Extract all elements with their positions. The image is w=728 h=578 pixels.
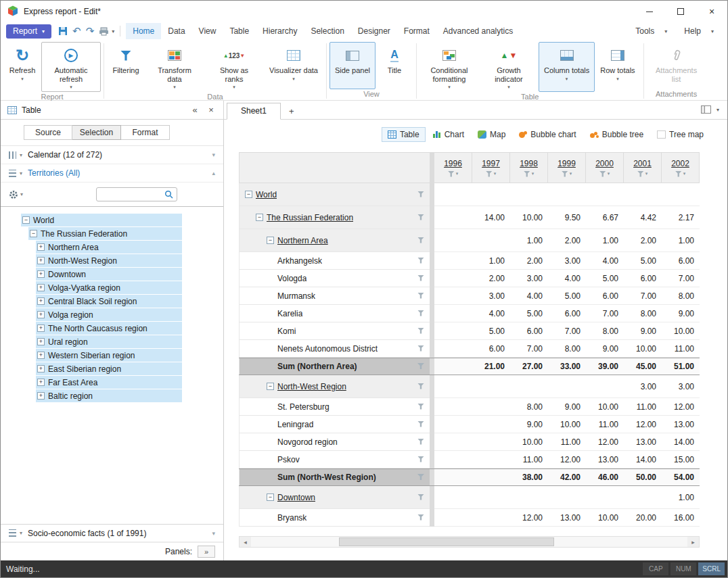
row-expander-icon[interactable]: − [267,383,274,390]
tree-item[interactable]: +Baltic region [36,389,182,402]
row-filter-button[interactable] [417,327,424,336]
data-cell[interactable] [434,305,472,322]
column-filter-button[interactable]: ▾ [524,171,534,177]
row-totals-button[interactable]: Row totals ▾ [595,42,640,92]
data-cell[interactable]: 5.00 [510,305,548,322]
data-cell[interactable]: 12.00 [548,451,586,468]
data-cell[interactable]: 6.00 [586,287,624,305]
row-label-cell[interactable]: Sum (North-West Region) [239,469,430,485]
search-input[interactable] [102,190,164,199]
view-map-button[interactable]: Map [472,127,511,142]
row-label-cell[interactable]: Sum (Northern Area) [239,358,430,375]
close-button[interactable]: × [696,1,727,22]
data-cell[interactable]: 10.00 [624,340,662,358]
data-cell[interactable]: 3.00 [510,270,548,287]
tab-advanced-analytics[interactable]: Advanced analytics [436,23,520,39]
data-cell[interactable] [586,375,624,398]
column-header[interactable]: 1997▾ [472,152,510,183]
pane-splitter[interactable] [430,152,434,183]
row-filter-button[interactable] [417,362,424,371]
data-cell[interactable]: 10.00 [586,398,624,416]
tree-expander-icon[interactable]: + [37,297,45,305]
data-cell[interactable] [548,486,586,509]
tree-expander-icon[interactable]: + [37,365,45,372]
add-sheet-button[interactable]: + [281,103,302,119]
row-filter-button[interactable] [417,344,424,354]
row-label-cell[interactable]: Vologda [239,270,430,287]
data-cell[interactable] [434,416,472,433]
tab-designer[interactable]: Designer [351,23,397,39]
column-filter-button[interactable]: ▾ [637,171,648,177]
column-header[interactable]: 1996▾ [434,152,472,183]
data-cell[interactable]: 1.00 [586,229,624,252]
view-chart-button[interactable]: Chart [427,127,470,142]
data-cell[interactable]: 21.00 [472,358,510,375]
data-cell[interactable]: 13.00 [662,416,700,433]
data-cell[interactable] [472,469,510,485]
tree-expander-icon[interactable]: + [37,311,45,318]
row-filter-button[interactable] [417,213,424,222]
data-cell[interactable]: 8.00 [548,340,586,358]
data-cell[interactable]: 2.17 [662,206,700,229]
tree-expander-icon[interactable]: + [37,243,45,251]
tab-hierarchy[interactable]: Hierarchy [256,23,304,39]
row-filter-button[interactable] [417,382,424,391]
data-cell[interactable]: 46.00 [586,469,624,485]
row-filter-button[interactable] [417,437,424,447]
tab-data[interactable]: Data [161,23,191,39]
data-cell[interactable]: 14.00 [662,433,700,451]
column-totals-button[interactable]: Column totals ▾ [539,42,595,92]
data-cell[interactable]: 9.00 [510,416,548,433]
column-filter-button[interactable]: ▾ [675,171,686,177]
data-cell[interactable]: 8.00 [662,287,700,305]
data-cell[interactable] [472,433,510,451]
tree-item[interactable]: +North-West Region [36,254,182,267]
tree-item[interactable]: +Western Siberian region [36,349,182,362]
data-cell[interactable]: 2.00 [624,229,662,252]
transform-data-button[interactable]: Transform data ▾ [145,42,204,92]
data-cell[interactable] [434,433,472,451]
tab-view[interactable]: View [192,23,223,39]
data-cell[interactable]: 38.00 [510,469,548,485]
data-cell[interactable]: 6.00 [624,270,662,287]
tree-item[interactable]: −World [21,214,182,226]
column-year-label[interactable]: 2000 [595,159,614,168]
data-cell[interactable]: 4.00 [510,287,548,305]
data-cell[interactable] [624,486,662,509]
data-cell[interactable]: 4.00 [586,252,624,270]
data-cell[interactable]: 16.00 [662,509,700,527]
undo-button[interactable]: ↶ [72,24,81,38]
tree-expander-icon[interactable]: + [37,284,45,291]
row-label-cell[interactable]: −Downtown [239,486,430,509]
data-cell[interactable]: 2.00 [510,252,548,270]
chevron-down-icon[interactable]: ▾ [20,170,22,176]
data-cell[interactable]: 10.00 [510,433,548,451]
redo-button[interactable]: ↷ [86,24,95,38]
tree-item[interactable]: +Central Black Soil region [36,295,182,308]
tree-item[interactable]: +East Siberian region [36,362,182,375]
data-cell[interactable]: 1.00 [510,229,548,252]
data-cell[interactable] [434,206,472,229]
data-cell[interactable]: 20.00 [624,509,662,527]
data-cell[interactable]: 7.00 [548,322,586,340]
column-filter-button[interactable]: ▾ [562,171,572,177]
data-cell[interactable]: 11.00 [510,451,548,468]
data-cell[interactable]: 4.00 [548,270,586,287]
row-label-cell[interactable]: Pskov [239,451,430,468]
row-filter-button[interactable] [417,256,424,266]
data-cell[interactable]: 1.00 [662,229,700,252]
column-year-label[interactable]: 1999 [558,159,576,168]
data-cell[interactable]: 3.00 [662,375,700,398]
data-cell[interactable]: 2.00 [472,270,510,287]
sheet-tab[interactable]: Sheet1 [227,103,281,120]
panels-expand-button[interactable]: » [198,546,215,558]
tree-expander-icon[interactable]: + [37,324,45,332]
row-label-cell[interactable]: −Northern Area [239,229,430,252]
visualizer-data-button[interactable]: Visualizer data ▾ [264,42,323,92]
search-icon[interactable] [164,190,173,199]
tab-table[interactable]: Table [223,23,256,39]
row-filter-button[interactable] [417,513,424,523]
row-expander-icon[interactable]: − [267,237,274,244]
chevron-down-icon[interactable]: ▾ [716,107,719,113]
data-cell[interactable] [662,183,700,206]
